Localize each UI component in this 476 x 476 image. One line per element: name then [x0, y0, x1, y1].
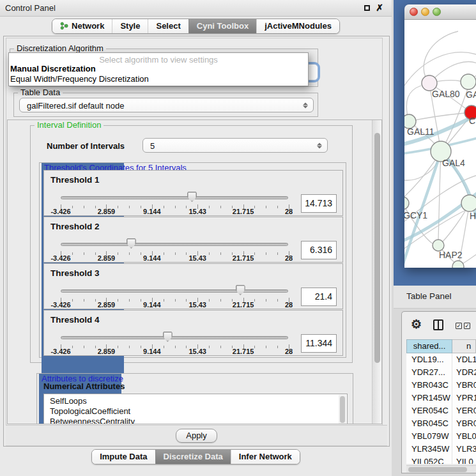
threshold-3-slider-thumb[interactable] — [236, 285, 245, 295]
tab-jactivemnodules[interactable]: jActiveMNodules — [256, 19, 339, 33]
table-row[interactable]: YBR043CYBR0 — [406, 379, 476, 392]
column-header-name[interactable]: n — [452, 339, 476, 353]
cell-shared-name[interactable]: YBL079W — [406, 430, 452, 443]
tab-cyni-toolbox[interactable]: Cyni Toolbox — [188, 19, 256, 33]
tab-impute-data[interactable]: Impute Data — [92, 450, 155, 464]
number-of-intervals-value: 5 — [150, 141, 155, 150]
list-item-betweennesscentrality[interactable]: BetweennessCentrality — [44, 417, 347, 424]
network-node[interactable] — [452, 261, 464, 268]
table-scrollbar-thumb[interactable] — [408, 467, 467, 472]
cell-shared-name[interactable]: YLR345W — [406, 443, 452, 456]
cell-name[interactable]: YER0 — [452, 404, 476, 417]
table-panel-window: ⚙ ✓ ✓ shared... n YDL19...YDL1 YDR27...Y… — [401, 311, 476, 473]
zoom-traffic-light-icon[interactable] — [433, 8, 441, 16]
slider-tick-labels: -3.4262.8599.14415.4321.71528 — [61, 301, 289, 309]
cell-name[interactable]: YBR0 — [452, 417, 476, 430]
table-row[interactable]: YPR145WYPR1 — [406, 392, 476, 404]
cell-name[interactable]: YLR3 — [452, 443, 476, 456]
close-traffic-light-icon[interactable] — [410, 8, 418, 16]
table-data-group: Table Data galFiltered.sif default node — [13, 93, 318, 117]
table-row[interactable]: YBL079WYBL0 — [406, 430, 476, 443]
threshold-4-slider-thumb[interactable] — [163, 332, 173, 342]
network-node-label: C — [469, 116, 475, 126]
cell-shared-name[interactable]: YDR27... — [406, 366, 452, 379]
table-row[interactable]: YDR27...YDR2 — [406, 366, 476, 379]
table-row[interactable]: YLR345WYLR3 — [406, 443, 476, 456]
float-window-icon[interactable] — [364, 5, 370, 11]
network-node-label: GA — [466, 89, 476, 100]
threshold-2-slider-track[interactable] — [61, 243, 288, 246]
table-horizontal-scrollbar[interactable] — [406, 465, 476, 473]
cell-name[interactable]: YPR1 — [452, 392, 476, 404]
tab-style[interactable]: Style — [112, 19, 148, 33]
threshold-1-slider-thumb[interactable] — [187, 192, 197, 202]
number-of-intervals-combobox[interactable]: 5 — [142, 138, 328, 153]
threshold-1-panel: Threshold 1 -3.4262.8599.14415.4321.7152… — [43, 170, 343, 216]
network-node-label: HAP2 — [439, 250, 463, 260]
cell-name[interactable]: YBL0 — [452, 430, 476, 443]
close-icon[interactable]: ✗ — [376, 3, 383, 13]
list-item-topologicalcoefficient[interactable]: TopologicalCoefficient — [44, 406, 347, 417]
cell-shared-name[interactable]: YER054C — [406, 404, 452, 417]
threshold-1-slider-track[interactable] — [61, 196, 288, 199]
network-node[interactable] — [461, 195, 476, 211]
list-item-selfloops[interactable]: SelfLoops — [44, 394, 347, 406]
settings-gear-icon[interactable]: ⚙ — [411, 317, 422, 332]
combo-spinner-icon — [317, 142, 322, 148]
cell-shared-name[interactable]: YIL052C — [406, 456, 452, 464]
list-scrollbar[interactable] — [339, 395, 346, 424]
apply-button[interactable]: Apply — [176, 429, 217, 443]
popup-item-manual-discretization[interactable]: Manual Discretization — [9, 64, 308, 74]
settings-scrollpane: Interval Definition Number of Intervals … — [7, 119, 382, 424]
number-of-intervals-label: Number of Intervals — [47, 141, 125, 151]
panel-scrollbar-thumb[interactable] — [374, 133, 380, 363]
column-layout-icon[interactable] — [433, 319, 443, 330]
network-node[interactable] — [461, 74, 476, 89]
minimize-traffic-light-icon[interactable] — [421, 8, 429, 16]
cyni-toolbox-panel: Discretization Algorithm Select algorith… — [3, 36, 390, 447]
table-row[interactable]: YBR045CYBR0 — [406, 417, 476, 430]
checkbox-checked-icon-2[interactable]: ✓ — [464, 323, 470, 329]
threshold-2-slider-thumb[interactable] — [127, 238, 136, 249]
cell-name[interactable]: YBR0 — [452, 379, 476, 392]
apply-toolbar: Apply — [6, 425, 387, 446]
tab-discretize-data[interactable]: Discretize Data — [155, 450, 231, 464]
node-attribute-table: shared... n YDL19...YDL1 YDR27...YDR2 YB… — [406, 339, 476, 473]
cell-name[interactable]: YDR2 — [452, 366, 476, 379]
network-icon — [60, 22, 68, 30]
network-graph: GAL80GACGAL11GAL4HGCY1HAP2 — [404, 20, 476, 268]
cell-name[interactable]: YIL0 — [452, 456, 476, 464]
threshold-2-panel: Threshold 2 -3.4262.8599.14415.4321.7152… — [43, 217, 343, 263]
network-node-label: H — [470, 211, 476, 221]
table-row[interactable]: YDL19...YDL1 — [406, 353, 476, 366]
popup-item-equal-width-frequency[interactable]: Equal Width/Frequency Discretization — [9, 74, 308, 84]
network-node-label: GAL11 — [407, 127, 434, 137]
table-panel-toolbar: ⚙ ✓ ✓ — [402, 312, 476, 339]
table-data-combobox[interactable]: galFiltered.sif default node — [19, 98, 314, 112]
network-node[interactable] — [404, 197, 409, 210]
tab-select[interactable]: Select — [148, 19, 188, 33]
cell-shared-name[interactable]: YDL19... — [406, 353, 452, 366]
cell-shared-name[interactable]: YBR045C — [406, 417, 452, 430]
list-scrollbar-thumb[interactable] — [340, 396, 345, 423]
threshold-2-value-field[interactable]: 6.316 — [301, 241, 337, 259]
threshold-4-value-field[interactable]: 11.344 — [301, 334, 337, 353]
cell-shared-name[interactable]: YPR145W — [406, 392, 452, 404]
tab-network[interactable]: Network — [52, 19, 112, 33]
column-header-shared-name[interactable]: shared... — [406, 339, 452, 353]
cell-shared-name[interactable]: YBR043C — [406, 379, 452, 392]
panel-scrollbar[interactable] — [372, 120, 381, 424]
threshold-4-slider-track[interactable] — [61, 336, 288, 339]
threshold-3-slider-track[interactable] — [61, 289, 288, 293]
table-row[interactable]: YIL052CYIL0 — [406, 456, 476, 464]
threshold-4-panel: Threshold 4 -3.4262.8599.14415.4321.7152… — [43, 310, 343, 356]
threshold-3-value-field[interactable]: 21.4 — [301, 288, 337, 306]
attributes-to-discretize-group: Attributes to discretize Numerical Attri… — [36, 373, 353, 424]
network-canvas[interactable]: GAL80GACGAL11GAL4HGCY1HAP2 — [404, 20, 476, 268]
tab-infer-network[interactable]: Infer Network — [231, 450, 300, 464]
cell-name[interactable]: YDL1 — [452, 353, 476, 366]
table-row[interactable]: YER054CYER0 — [406, 404, 476, 417]
checkbox-checked-icon-1[interactable]: ✓ — [456, 323, 462, 329]
threshold-1-value-field[interactable]: 14.713 — [301, 194, 337, 213]
algorithm-dropdown-popup: Select algorithm to view settings Manual… — [8, 52, 309, 86]
